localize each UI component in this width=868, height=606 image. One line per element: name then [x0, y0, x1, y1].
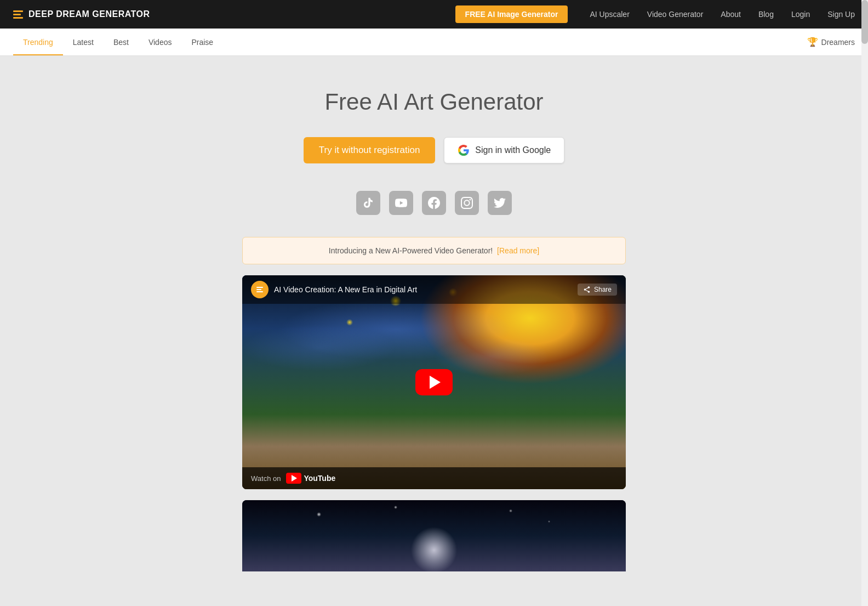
trophy-icon: 🏆	[807, 37, 818, 47]
nav-link-about[interactable]: About	[721, 10, 741, 19]
video-thumbnail: AI Video Creation: A New Era in Digital …	[242, 275, 626, 489]
sub-nav-videos[interactable]: Videos	[139, 29, 182, 55]
sub-nav-latest[interactable]: Latest	[63, 29, 104, 55]
scrollbar-track	[861, 0, 868, 593]
nav-links: FREE AI Image Generator AI Upscaler Vide…	[455, 5, 855, 23]
social-icons	[356, 191, 512, 215]
announcement-banner: Introducing a New AI-Powered Video Gener…	[242, 237, 626, 264]
nav-link-signup[interactable]: Sign Up	[827, 10, 855, 19]
sub-nav-praise[interactable]: Praise	[181, 29, 223, 55]
sub-nav-trending[interactable]: Trending	[13, 29, 63, 55]
video-header-left: AI Video Creation: A New Era in Digital …	[251, 281, 417, 298]
sub-nav-links: Trending Latest Best Videos Praise	[13, 29, 223, 55]
top-nav: DEEP DREAM GENERATOR FREE AI Image Gener…	[0, 0, 868, 29]
video-header-bar: AI Video Creation: A New Era in Digital …	[242, 275, 626, 304]
play-triangle-icon	[430, 376, 441, 389]
facebook-icon[interactable]	[422, 191, 446, 215]
video-logo-lines	[256, 287, 263, 292]
twitter-icon[interactable]	[488, 191, 512, 215]
free-ai-image-generator-button[interactable]: FREE AI Image Generator	[455, 5, 568, 23]
video-footer: Watch on YouTube	[242, 467, 626, 489]
instagram-icon[interactable]	[455, 191, 479, 215]
page-title: Free AI Art Generator	[324, 89, 543, 115]
main-content: Free AI Art Generator Try it without reg…	[0, 56, 868, 593]
dreamers-button[interactable]: 🏆 Dreamers	[807, 37, 855, 47]
video-title: AI Video Creation: A New Era in Digital …	[274, 285, 417, 294]
dreamers-label: Dreamers	[821, 38, 855, 47]
google-button-label: Sign in with Google	[475, 145, 551, 155]
play-button[interactable]	[415, 369, 453, 395]
announcement-text: Introducing a New AI-Powered Video Gener…	[329, 246, 493, 255]
sign-in-with-google-button[interactable]: Sign in with Google	[444, 137, 564, 163]
logo-area: DEEP DREAM GENERATOR	[13, 9, 150, 19]
youtube-play-icon	[292, 475, 297, 482]
youtube-logo[interactable]: YouTube	[286, 473, 335, 484]
bottom-preview-image	[242, 500, 626, 571]
bottom-preview-scene	[242, 500, 626, 571]
tiktok-icon[interactable]	[356, 191, 380, 215]
sub-nav: Trending Latest Best Videos Praise 🏆 Dre…	[0, 29, 868, 56]
youtube-social-icon[interactable]	[389, 191, 413, 215]
youtube-icon	[286, 473, 301, 484]
video-share-button[interactable]: Share	[578, 284, 617, 296]
announcement-read-more-link[interactable]: [Read more]	[497, 246, 539, 255]
share-icon	[583, 286, 591, 293]
menu-icon	[13, 10, 23, 19]
nav-link-login[interactable]: Login	[791, 10, 810, 19]
play-button-container[interactable]	[415, 369, 453, 395]
video-player[interactable]: AI Video Creation: A New Era in Digital …	[242, 275, 626, 489]
sub-nav-best[interactable]: Best	[104, 29, 139, 55]
video-logo-circle	[251, 281, 269, 298]
share-label: Share	[594, 286, 612, 293]
nav-link-blog[interactable]: Blog	[758, 10, 774, 19]
nav-link-ai-upscaler[interactable]: AI Upscaler	[590, 10, 629, 19]
google-icon	[458, 144, 470, 156]
nav-link-video-generator[interactable]: Video Generator	[647, 10, 703, 19]
buttons-row: Try it without registration Sign in with…	[304, 137, 564, 163]
youtube-text: YouTube	[304, 474, 335, 483]
watch-on-label: Watch on	[251, 474, 281, 483]
try-without-registration-button[interactable]: Try it without registration	[304, 137, 436, 163]
scrollbar-thumb[interactable]	[861, 0, 868, 44]
brand-name: DEEP DREAM GENERATOR	[28, 9, 150, 19]
